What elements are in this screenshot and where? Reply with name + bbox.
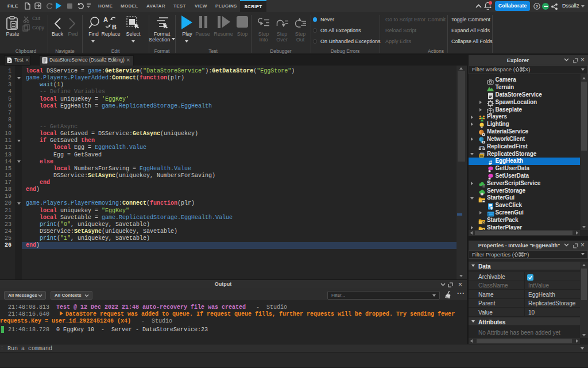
svg-text:A: A bbox=[103, 16, 108, 23]
svg-text:B: B bbox=[112, 24, 117, 30]
svg-text:#: # bbox=[489, 159, 492, 166]
svg-text:?: ? bbox=[536, 4, 539, 9]
